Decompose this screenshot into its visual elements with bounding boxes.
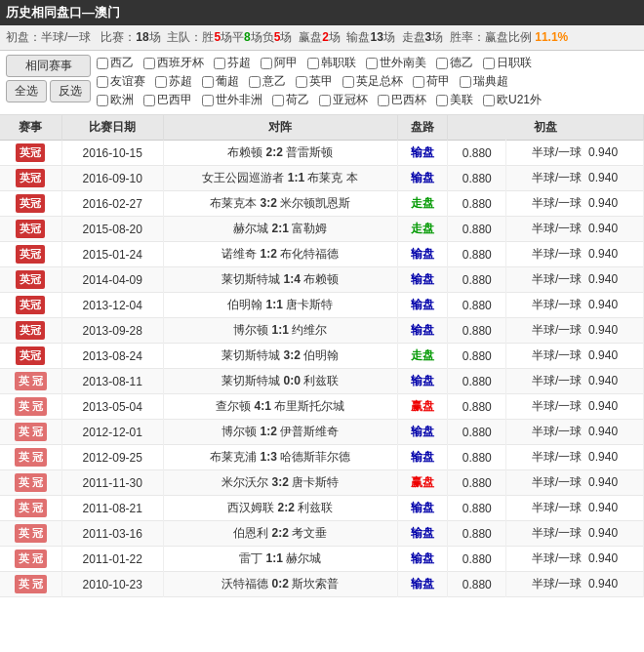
cell-match: 女王公园巡游者 1:1 布莱克 本	[163, 166, 397, 191]
cell-league: 英冠	[0, 318, 61, 344]
cell-init: 半球/一球 0.940	[506, 217, 644, 242]
table-row: 英冠 2013-08-24 莱切斯特城 3:2 伯明翰 走盘 0.880 半球/…	[0, 344, 644, 369]
cell-date: 2013-12-04	[61, 293, 163, 318]
table-row: 英 冠 2012-12-01 博尔顿 1:2 伊普斯维奇 输盘 0.880 半球…	[0, 420, 644, 445]
cell-status: 赢盘	[397, 470, 448, 496]
cell-league: 英 冠	[0, 547, 61, 572]
col-handicap: 盘路	[397, 115, 448, 141]
checkbox-yj[interactable]: 英甲	[296, 73, 333, 90]
cell-handicap: 0.880	[448, 318, 506, 344]
invert-select-button[interactable]: 反选	[50, 80, 91, 102]
checkbox-xiy-input[interactable]	[97, 58, 108, 69]
checkbox-rdc-input[interactable]	[460, 76, 471, 88]
checkbox-yztbj[interactable]: 英足总杯	[342, 73, 403, 90]
checkbox-bzbj-input[interactable]	[378, 95, 389, 106]
checkbox-sc[interactable]: 苏超	[155, 73, 192, 90]
checkbox-fc[interactable]: 芬超	[214, 55, 251, 71]
checkbox-dy-input[interactable]	[436, 58, 448, 69]
cell-match: 布赖顿 2:2 普雷斯顿	[163, 141, 397, 166]
select-all-button[interactable]: 全选	[6, 80, 47, 102]
checkbox-swnam-input[interactable]	[366, 58, 378, 69]
cell-match: 莱切斯特城 1:4 布赖顿	[163, 267, 397, 293]
table-row: 英 冠 2011-08-21 西汉姆联 2:2 利兹联 输盘 0.880 半球/…	[0, 496, 644, 521]
checkbox-fc-input[interactable]	[214, 58, 225, 69]
cell-init: 半球/一球 0.940	[506, 470, 644, 496]
table-row: 英 冠 2012-09-25 布莱克浦 1:3 哈德斯菲尔德 输盘 0.880 …	[0, 445, 644, 470]
cell-handicap: 0.880	[448, 267, 506, 293]
checkbox-hj-input[interactable]	[413, 76, 424, 88]
checkbox-row-3: 欧洲 巴西甲 世外非洲 荷乙 亚冠杯 巴西杯 美联 欧U21外	[97, 92, 638, 108]
checkbox-bzbj[interactable]: 巴西杯	[378, 92, 426, 108]
cell-handicap: 0.880	[448, 293, 506, 318]
page-title: 历史相同盘口—澳门	[6, 5, 120, 20]
checkbox-row-2: 友谊赛 苏超 葡超 意乙 英甲 英足总杯 荷甲 瑞典超	[97, 73, 638, 90]
checkbox-oz[interactable]: 欧洲	[97, 92, 134, 108]
checkbox-ybj[interactable]: 亚冠杯	[319, 92, 368, 108]
cell-league: 英冠	[0, 242, 61, 267]
checkbox-xbybj[interactable]: 西班牙杯	[143, 55, 204, 71]
checkbox-hj[interactable]: 荷甲	[413, 73, 450, 90]
cell-status: 输盘	[397, 141, 448, 166]
table-row: 英冠 2015-01-24 诺维奇 1:2 布化特福德 输盘 0.880 半球/…	[0, 242, 644, 267]
cell-date: 2011-03-16	[61, 521, 163, 547]
cell-date: 2013-08-11	[61, 369, 163, 394]
cell-handicap: 0.880	[448, 166, 506, 191]
cell-date: 2011-08-21	[61, 496, 163, 521]
checkbox-yy-input[interactable]	[249, 76, 261, 88]
table-row: 英冠 2016-09-10 女王公园巡游者 1:1 布莱克 本 输盘 0.880…	[0, 166, 644, 191]
checkbox-bzj[interactable]: 巴西甲	[143, 92, 192, 108]
cell-status: 赢盘	[397, 394, 448, 420]
checkbox-ouz-input[interactable]	[483, 95, 495, 106]
cell-init: 半球/一球 0.940	[506, 521, 644, 547]
checkbox-hy-input[interactable]	[272, 95, 284, 106]
checkbox-yys-input[interactable]	[97, 76, 108, 88]
checkbox-hzl-input[interactable]	[307, 58, 319, 69]
cell-handicap: 0.880	[448, 141, 506, 166]
checkbox-xbybj-input[interactable]	[143, 58, 155, 69]
checkbox-pc[interactable]: 葡超	[202, 73, 239, 90]
checkbox-swfz-input[interactable]	[202, 95, 214, 106]
checkbox-hzl[interactable]: 韩职联	[307, 55, 356, 71]
checkbox-ml[interactable]: 美联	[436, 92, 473, 108]
checkbox-yy[interactable]: 意乙	[249, 73, 286, 90]
checkbox-ouz[interactable]: 欧U21外	[483, 92, 542, 108]
match-unit: 场	[149, 30, 161, 44]
cell-league: 英 冠	[0, 394, 61, 420]
cell-match: 莱切斯特城 3:2 伯明翰	[163, 344, 397, 369]
checkbox-aj-input[interactable]	[261, 58, 272, 69]
checkbox-yys[interactable]: 友谊赛	[97, 73, 145, 90]
cell-handicap: 0.880	[448, 572, 506, 597]
checkbox-sc-input[interactable]	[155, 76, 167, 88]
table-row: 英 冠 2011-01-22 雷丁 1:1 赫尔城 输盘 0.880 半球/一球…	[0, 547, 644, 572]
table-row: 英冠 2015-08-20 赫尔城 2:1 富勒姆 走盘 0.880 半球/一球…	[0, 217, 644, 242]
checkbox-pc-input[interactable]	[202, 76, 214, 88]
home-label: 主队：胜	[167, 30, 214, 44]
same-match-button[interactable]: 相同赛事	[6, 55, 91, 77]
checkbox-rdc[interactable]: 瑞典超	[460, 73, 508, 90]
cell-league: 英冠	[0, 166, 61, 191]
checkbox-ybj-input[interactable]	[319, 95, 331, 106]
checkbox-dy[interactable]: 德乙	[436, 55, 473, 71]
checkbox-swfz[interactable]: 世外非洲	[202, 92, 262, 108]
checkbox-oz-input[interactable]	[97, 95, 108, 106]
checkbox-rzl[interactable]: 日职联	[483, 55, 532, 71]
cell-league: 英冠	[0, 191, 61, 217]
col-init: 初盘	[448, 115, 644, 141]
checkbox-yj-input[interactable]	[296, 76, 307, 88]
win-rate: 11.1%	[535, 30, 568, 44]
checkbox-yztbj-input[interactable]	[342, 76, 354, 88]
cell-match: 雷丁 1:1 赫尔城	[163, 547, 397, 572]
cell-init: 半球/一球 0.940	[506, 572, 644, 597]
checkbox-aj[interactable]: 阿甲	[261, 55, 298, 71]
checkbox-bzj-input[interactable]	[143, 95, 155, 106]
checkbox-ml-input[interactable]	[436, 95, 448, 106]
checkbox-rzl-input[interactable]	[483, 58, 495, 69]
checkbox-hy[interactable]: 荷乙	[272, 92, 309, 108]
match-table: 赛事 比赛日期 对阵 盘路 初盘 英冠 2016-10-15 布赖顿 2:2 普…	[0, 115, 644, 597]
lose-bet: 13	[370, 30, 382, 44]
cell-match: 沃特福德 0:2 斯坎索普	[163, 572, 397, 597]
checkbox-xiy[interactable]: 西乙	[97, 55, 134, 71]
cell-init: 半球/一球 0.940	[506, 191, 644, 217]
cell-match: 米尔沃尔 3:2 唐卡斯特	[163, 470, 397, 496]
checkbox-swnam[interactable]: 世外南美	[366, 55, 426, 71]
